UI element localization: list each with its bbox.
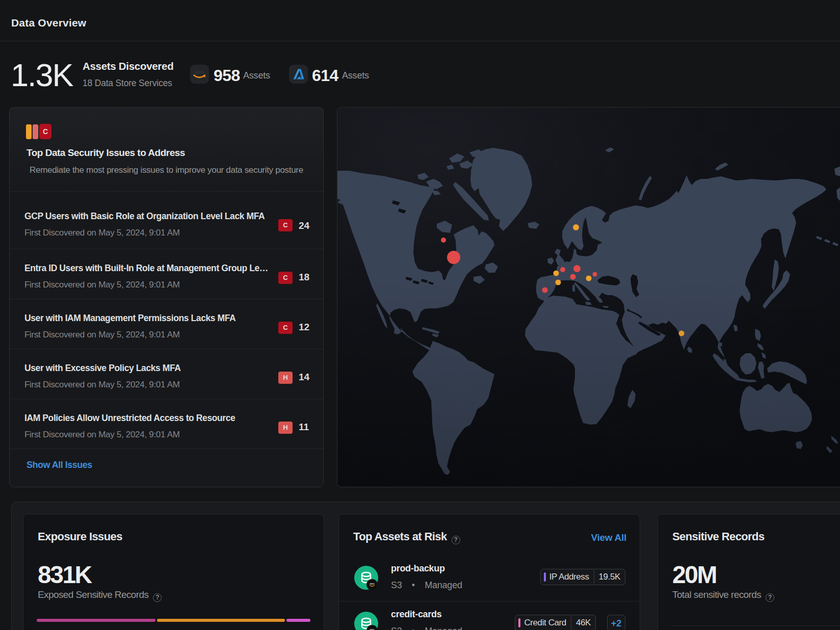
svg-text:aws: aws <box>195 69 204 74</box>
svg-text:aws: aws <box>370 628 375 630</box>
svg-text:aws: aws <box>370 582 375 585</box>
